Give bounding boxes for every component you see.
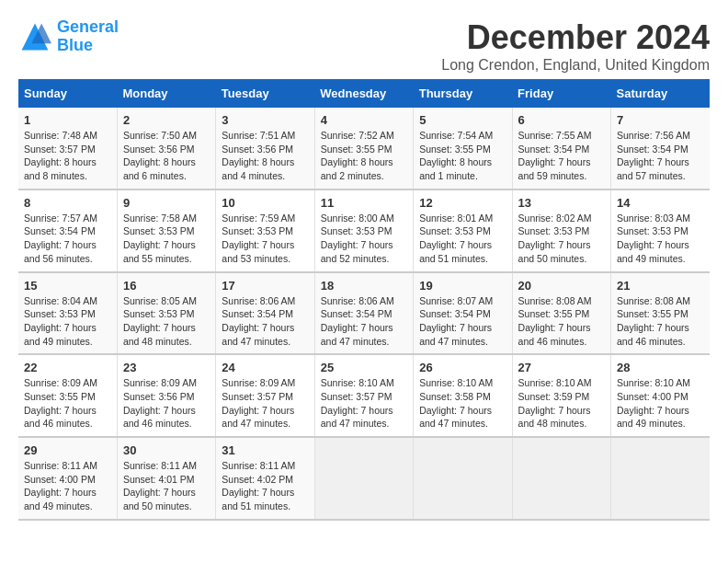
calendar-cell: 6 Sunrise: 7:55 AMSunset: 3:54 PMDayligh… bbox=[512, 108, 610, 190]
calendar-cell: 27 Sunrise: 8:10 AMSunset: 3:59 PMDaylig… bbox=[512, 354, 610, 437]
calendar-cell: 12 Sunrise: 8:01 AMSunset: 3:53 PMDaylig… bbox=[414, 190, 512, 272]
col-sunday: Sunday bbox=[18, 79, 117, 108]
header-row: Sunday Monday Tuesday Wednesday Thursday… bbox=[18, 79, 710, 108]
day-info: Sunrise: 7:48 AMSunset: 3:57 PMDaylight:… bbox=[24, 129, 111, 183]
day-number: 11 bbox=[321, 196, 407, 210]
calendar-cell: 16 Sunrise: 8:05 AMSunset: 3:53 PMDaylig… bbox=[117, 272, 215, 355]
day-info: Sunrise: 8:02 AMSunset: 3:53 PMDaylight:… bbox=[518, 212, 605, 266]
calendar-cell: 26 Sunrise: 8:10 AMSunset: 3:58 PMDaylig… bbox=[414, 354, 512, 437]
logo-icon bbox=[18, 20, 51, 53]
day-number: 20 bbox=[518, 279, 605, 293]
day-info: Sunrise: 8:10 AMSunset: 3:58 PMDaylight:… bbox=[419, 376, 506, 431]
day-number: 13 bbox=[518, 196, 605, 210]
calendar-cell: 30 Sunrise: 8:11 AMSunset: 4:01 PMDaylig… bbox=[117, 437, 215, 520]
day-info: Sunrise: 8:09 AMSunset: 3:55 PMDaylight:… bbox=[24, 376, 111, 431]
day-info: Sunrise: 8:11 AMSunset: 4:00 PMDaylight:… bbox=[24, 459, 111, 513]
calendar-cell: 22 Sunrise: 8:09 AMSunset: 3:55 PMDaylig… bbox=[18, 354, 117, 437]
day-number: 4 bbox=[321, 113, 407, 127]
day-number: 26 bbox=[419, 361, 506, 374]
col-monday: Monday bbox=[117, 79, 215, 108]
calendar-table: Sunday Monday Tuesday Wednesday Thursday… bbox=[18, 79, 710, 521]
day-number: 16 bbox=[123, 279, 210, 293]
day-number: 3 bbox=[222, 113, 308, 127]
day-number: 25 bbox=[321, 361, 407, 374]
day-number: 30 bbox=[123, 443, 210, 457]
day-info: Sunrise: 8:03 AMSunset: 3:53 PMDaylight:… bbox=[617, 212, 704, 266]
day-number: 7 bbox=[617, 113, 704, 127]
calendar-cell: 8 Sunrise: 7:57 AMSunset: 3:54 PMDayligh… bbox=[18, 190, 117, 272]
day-number: 19 bbox=[419, 279, 506, 293]
calendar-cell: 17 Sunrise: 8:06 AMSunset: 3:54 PMDaylig… bbox=[216, 272, 314, 355]
day-info: Sunrise: 7:59 AMSunset: 3:53 PMDaylight:… bbox=[222, 212, 308, 266]
title-area: December 2024 Long Crendon, England, Uni… bbox=[441, 18, 710, 74]
calendar-cell: 19 Sunrise: 8:07 AMSunset: 3:54 PMDaylig… bbox=[414, 272, 512, 355]
day-info: Sunrise: 8:11 AMSunset: 4:02 PMDaylight:… bbox=[222, 459, 308, 513]
calendar-cell: 31 Sunrise: 8:11 AMSunset: 4:02 PMDaylig… bbox=[216, 437, 314, 520]
day-number: 12 bbox=[419, 196, 506, 210]
day-number: 8 bbox=[24, 196, 111, 210]
day-number: 18 bbox=[321, 279, 407, 293]
day-info: Sunrise: 8:07 AMSunset: 3:54 PMDaylight:… bbox=[419, 294, 506, 349]
day-number: 31 bbox=[222, 443, 308, 457]
day-info: Sunrise: 8:01 AMSunset: 3:53 PMDaylight:… bbox=[419, 212, 506, 266]
day-number: 29 bbox=[24, 443, 111, 457]
day-info: Sunrise: 8:04 AMSunset: 3:53 PMDaylight:… bbox=[24, 294, 111, 349]
col-saturday: Saturday bbox=[611, 79, 710, 108]
calendar-week-row: 15 Sunrise: 8:04 AMSunset: 3:53 PMDaylig… bbox=[18, 272, 710, 355]
calendar-cell: 18 Sunrise: 8:06 AMSunset: 3:54 PMDaylig… bbox=[314, 272, 413, 355]
logo-line2: Blue bbox=[57, 36, 93, 54]
calendar-cell: 25 Sunrise: 8:10 AMSunset: 3:57 PMDaylig… bbox=[314, 354, 413, 437]
day-number: 22 bbox=[24, 361, 111, 374]
day-number: 1 bbox=[24, 113, 111, 127]
logo: General Blue bbox=[18, 18, 119, 55]
calendar-header: Sunday Monday Tuesday Wednesday Thursday… bbox=[18, 79, 710, 108]
calendar-week-row: 8 Sunrise: 7:57 AMSunset: 3:54 PMDayligh… bbox=[18, 190, 710, 272]
calendar-cell: 2 Sunrise: 7:50 AMSunset: 3:56 PMDayligh… bbox=[117, 108, 215, 190]
day-number: 14 bbox=[617, 196, 704, 210]
day-info: Sunrise: 8:00 AMSunset: 3:53 PMDaylight:… bbox=[321, 212, 407, 266]
calendar-cell: 11 Sunrise: 8:00 AMSunset: 3:53 PMDaylig… bbox=[314, 190, 413, 272]
day-number: 9 bbox=[123, 196, 210, 210]
day-info: Sunrise: 8:08 AMSunset: 3:55 PMDaylight:… bbox=[518, 294, 605, 349]
col-friday: Friday bbox=[512, 79, 610, 108]
day-number: 15 bbox=[24, 279, 111, 293]
calendar-cell: 4 Sunrise: 7:52 AMSunset: 3:55 PMDayligh… bbox=[314, 108, 413, 190]
calendar-body: 1 Sunrise: 7:48 AMSunset: 3:57 PMDayligh… bbox=[18, 108, 710, 520]
day-info: Sunrise: 8:09 AMSunset: 3:56 PMDaylight:… bbox=[123, 376, 210, 431]
day-info: Sunrise: 7:58 AMSunset: 3:53 PMDaylight:… bbox=[123, 212, 210, 266]
calendar-week-row: 1 Sunrise: 7:48 AMSunset: 3:57 PMDayligh… bbox=[18, 108, 710, 190]
day-number: 6 bbox=[518, 113, 605, 127]
day-info: Sunrise: 8:10 AMSunset: 3:57 PMDaylight:… bbox=[321, 376, 407, 431]
calendar-cell: 9 Sunrise: 7:58 AMSunset: 3:53 PMDayligh… bbox=[117, 190, 215, 272]
day-info: Sunrise: 8:10 AMSunset: 3:59 PMDaylight:… bbox=[518, 376, 605, 431]
calendar-cell: 3 Sunrise: 7:51 AMSunset: 3:56 PMDayligh… bbox=[216, 108, 314, 190]
day-number: 23 bbox=[123, 361, 210, 374]
day-info: Sunrise: 8:06 AMSunset: 3:54 PMDaylight:… bbox=[222, 294, 308, 349]
day-info: Sunrise: 7:52 AMSunset: 3:55 PMDaylight:… bbox=[321, 129, 407, 183]
day-info: Sunrise: 7:54 AMSunset: 3:55 PMDaylight:… bbox=[419, 129, 506, 183]
calendar-cell: 23 Sunrise: 8:09 AMSunset: 3:56 PMDaylig… bbox=[117, 354, 215, 437]
calendar-cell: 13 Sunrise: 8:02 AMSunset: 3:53 PMDaylig… bbox=[512, 190, 610, 272]
day-info: Sunrise: 7:57 AMSunset: 3:54 PMDaylight:… bbox=[24, 212, 111, 266]
calendar-cell: 28 Sunrise: 8:10 AMSunset: 4:00 PMDaylig… bbox=[611, 354, 710, 437]
calendar-cell: 5 Sunrise: 7:54 AMSunset: 3:55 PMDayligh… bbox=[414, 108, 512, 190]
calendar-cell: 1 Sunrise: 7:48 AMSunset: 3:57 PMDayligh… bbox=[18, 108, 117, 190]
day-number: 24 bbox=[222, 361, 308, 374]
day-info: Sunrise: 7:55 AMSunset: 3:54 PMDaylight:… bbox=[518, 129, 605, 183]
calendar-cell: 15 Sunrise: 8:04 AMSunset: 3:53 PMDaylig… bbox=[18, 272, 117, 355]
col-wednesday: Wednesday bbox=[314, 79, 413, 108]
col-tuesday: Tuesday bbox=[216, 79, 314, 108]
day-info: Sunrise: 8:08 AMSunset: 3:55 PMDaylight:… bbox=[617, 294, 704, 349]
day-info: Sunrise: 8:06 AMSunset: 3:54 PMDaylight:… bbox=[321, 294, 407, 349]
day-info: Sunrise: 7:56 AMSunset: 3:54 PMDaylight:… bbox=[617, 129, 704, 183]
calendar-cell bbox=[414, 437, 512, 520]
calendar-cell bbox=[611, 437, 710, 520]
page-header: General Blue December 2024 Long Crendon,… bbox=[18, 18, 710, 74]
day-info: Sunrise: 7:51 AMSunset: 3:56 PMDaylight:… bbox=[222, 129, 308, 183]
day-info: Sunrise: 8:10 AMSunset: 4:00 PMDaylight:… bbox=[617, 376, 704, 431]
calendar-cell: 20 Sunrise: 8:08 AMSunset: 3:55 PMDaylig… bbox=[512, 272, 610, 355]
day-info: Sunrise: 8:11 AMSunset: 4:01 PMDaylight:… bbox=[123, 459, 210, 513]
calendar-week-row: 29 Sunrise: 8:11 AMSunset: 4:00 PMDaylig… bbox=[18, 437, 710, 520]
day-number: 17 bbox=[222, 279, 308, 293]
logo-line1: General bbox=[57, 17, 119, 36]
